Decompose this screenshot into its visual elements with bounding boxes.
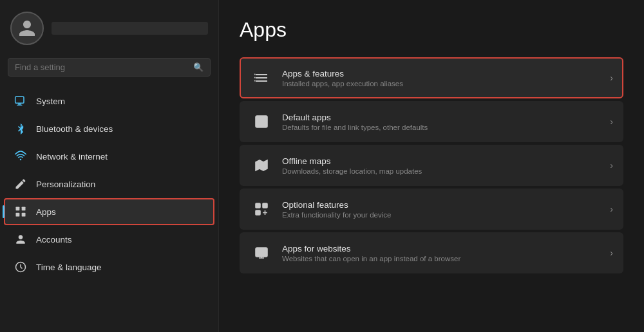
personalization-icon <box>14 178 27 190</box>
chevron-icon-apps-websites: › <box>610 248 613 258</box>
setting-item-offline-maps[interactable]: Offline maps Downloads, storage location… <box>240 145 623 186</box>
sidebar-item-label-personalization: Personalization <box>36 180 95 189</box>
setting-desc-apps-features: Installed apps, app execution aliases <box>282 80 605 88</box>
sidebar-item-label-apps: Apps <box>36 207 56 217</box>
sidebar-item-label-bluetooth: Bluetooth & devices <box>36 124 113 134</box>
sidebar-item-label-accounts: Accounts <box>36 235 72 244</box>
avatar <box>10 12 44 45</box>
chevron-icon-offline-maps: › <box>610 160 613 171</box>
svg-rect-7 <box>22 213 26 217</box>
sidebar-item-personalization[interactable]: Personalization <box>4 171 214 198</box>
chevron-icon-apps-features: › <box>610 73 613 83</box>
setting-desc-apps-websites: Websites that can open in an app instead… <box>282 255 605 263</box>
setting-item-default-apps[interactable]: Default apps Defaults for file and link … <box>240 101 623 142</box>
sidebar-item-apps[interactable]: Apps <box>4 198 214 225</box>
search-icon: 🔍 <box>193 62 204 72</box>
setting-item-apps-features[interactable]: Apps & features Installed apps, app exec… <box>240 57 623 98</box>
svg-rect-11 <box>254 80 256 82</box>
profile-name <box>52 22 208 35</box>
svg-rect-9 <box>254 74 256 75</box>
setting-name-offline-maps: Offline maps <box>282 156 605 166</box>
setting-desc-default-apps: Defaults for file and link types, other … <box>282 124 605 131</box>
page-title: Apps <box>240 18 623 42</box>
setting-text-apps-websites: Apps for websites Websites that can open… <box>282 244 605 263</box>
sidebar-item-label-system: System <box>36 97 65 106</box>
sidebar-item-accounts[interactable]: Accounts <box>4 226 214 253</box>
default-apps-icon <box>250 110 273 133</box>
svg-point-3 <box>20 159 22 161</box>
search-area: 🔍 <box>0 53 218 84</box>
main-content: Apps Apps & features Installed apps, app… <box>219 0 644 332</box>
sidebar-item-bluetooth[interactable]: Bluetooth & devices <box>4 115 214 142</box>
setting-text-apps-features: Apps & features Installed apps, app exec… <box>282 69 605 88</box>
svg-rect-4 <box>16 207 20 211</box>
svg-rect-13 <box>256 203 260 208</box>
svg-rect-5 <box>22 207 26 211</box>
offline-maps-icon <box>250 154 273 177</box>
setting-name-optional-features: Optional features <box>282 200 605 210</box>
bluetooth-icon <box>14 122 27 135</box>
apps-websites-icon <box>250 241 273 264</box>
sidebar-item-network[interactable]: Network & internet <box>4 143 214 170</box>
system-icon <box>14 95 27 107</box>
chevron-icon-optional-features: › <box>610 204 613 214</box>
nav-list: System Bluetooth & devices Network & int… <box>0 84 218 332</box>
svg-rect-15 <box>256 210 260 215</box>
search-box[interactable]: 🔍 <box>8 58 211 77</box>
setting-name-default-apps: Default apps <box>282 113 605 122</box>
search-input[interactable] <box>15 62 188 72</box>
profile-area <box>0 0 218 53</box>
settings-list: Apps & features Installed apps, app exec… <box>240 57 623 273</box>
apps-features-icon <box>250 66 273 89</box>
setting-item-optional-features[interactable]: Optional features Extra functionality fo… <box>240 189 623 230</box>
setting-desc-optional-features: Extra functionality for your device <box>282 211 605 219</box>
svg-rect-14 <box>263 203 267 208</box>
svg-rect-2 <box>17 105 22 106</box>
chevron-icon-default-apps: › <box>610 116 613 127</box>
svg-rect-6 <box>16 213 20 217</box>
network-icon <box>14 150 27 163</box>
sidebar-item-time[interactable]: Time & language <box>4 254 214 281</box>
svg-rect-1 <box>18 104 21 105</box>
time-icon <box>14 261 27 273</box>
sidebar: 🔍 System Bluetooth & devices Network & i… <box>0 0 219 332</box>
setting-item-apps-websites[interactable]: Apps for websites Websites that can open… <box>240 232 623 273</box>
sidebar-item-label-time: Time & language <box>36 263 102 272</box>
setting-name-apps-websites: Apps for websites <box>282 244 605 254</box>
setting-text-offline-maps: Offline maps Downloads, storage location… <box>282 156 605 175</box>
optional-features-icon <box>250 198 273 221</box>
sidebar-item-system[interactable]: System <box>4 88 214 115</box>
setting-name-apps-features: Apps & features <box>282 69 605 78</box>
svg-rect-0 <box>15 97 24 103</box>
sidebar-item-label-network: Network & internet <box>36 152 108 161</box>
setting-text-optional-features: Optional features Extra functionality fo… <box>282 200 605 219</box>
setting-text-default-apps: Default apps Defaults for file and link … <box>282 113 605 131</box>
svg-rect-10 <box>254 77 256 78</box>
apps-icon <box>14 205 27 218</box>
setting-desc-offline-maps: Downloads, storage location, map updates <box>282 167 605 175</box>
svg-rect-18 <box>256 248 267 257</box>
accounts-icon <box>14 233 27 246</box>
